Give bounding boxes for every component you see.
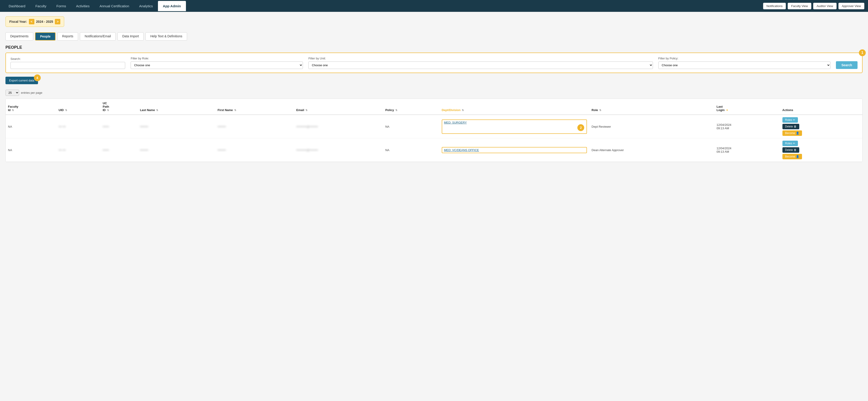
sub-tabs: DepartmentsPeopleReportsNotifications/Em… <box>5 32 863 40</box>
sub-tab-notifications-email[interactable]: Notifications/Email <box>80 32 116 40</box>
filter-unit-select[interactable]: Choose one <box>308 61 653 69</box>
cell-last-name: •••••••• <box>138 115 215 138</box>
col-role: Role ⇅ <box>589 99 714 115</box>
cell-role: Dean Alternate Approver <box>589 138 714 162</box>
col-uid: UID ⇅ <box>57 99 101 115</box>
cell-first-name: •••••••• <box>215 138 294 162</box>
people-table: FacultyId ⇅ UID ⇅ UCPathID ⇅ Last Name ⇅… <box>5 98 863 162</box>
filter-policy-field: Filter by Policy: Choose one <box>658 57 831 69</box>
cell-policy: NA <box>383 138 439 162</box>
delete-button-row2[interactable]: Delete 🗑 <box>782 147 799 153</box>
nav-btn-auditor-view[interactable]: Auditor View <box>813 3 837 9</box>
action-buttons-row2: Roles ✏ Delete 🗑 Become 👤 <box>782 141 860 159</box>
filter-unit-field: Filter by Unit: Choose one <box>308 57 653 69</box>
table-header: FacultyId ⇅ UID ⇅ UCPathID ⇅ Last Name ⇅… <box>6 99 862 115</box>
cell-role: Dept Reviewer <box>589 115 714 138</box>
nav-item-app-admin[interactable]: App Admin <box>158 1 186 11</box>
dept-link-1[interactable]: MED: SURGERY <box>444 121 467 124</box>
cell-uc-path-id: •••••• <box>100 115 138 138</box>
nav-btn-notifications[interactable]: Notifications <box>763 3 786 9</box>
section-title: PEOPLE <box>5 45 863 50</box>
col-last-name: Last Name ⇅ <box>138 99 215 115</box>
search-input[interactable] <box>10 62 125 69</box>
filter-role-label: Filter by Role: <box>131 57 303 60</box>
cell-dept-division: MED: SURGERY 2 <box>439 115 589 138</box>
search-button[interactable]: Search <box>836 61 858 69</box>
dept-link-2[interactable]: MED: VC/DEANS OFFICE <box>444 148 479 152</box>
col-email: Email ⇅ <box>294 99 383 115</box>
cell-policy: NA <box>383 115 439 138</box>
cell-actions: Roles ✏ Delete 🗑 Become 👤 3 <box>780 115 862 138</box>
col-actions: Actions <box>780 99 862 115</box>
nav-item-activities[interactable]: Activities <box>71 1 94 11</box>
nav-btn-approver-view[interactable]: Approver View <box>838 3 864 9</box>
nav-item-dashboard[interactable]: Dashboard <box>4 1 30 11</box>
cell-last-name: •••••••• <box>138 138 215 162</box>
table-body: NA ••• ••• •••••• •••••••• •••••••• ••••… <box>6 115 862 162</box>
table-header-row: FacultyId ⇅ UID ⇅ UCPathID ⇅ Last Name ⇅… <box>6 99 862 115</box>
become-button-row2[interactable]: Become 👤 <box>782 154 802 159</box>
cell-uid: ••• ••• <box>57 138 101 162</box>
nav-item-annual-certification[interactable]: Annual Certification <box>94 1 134 11</box>
entries-row: 25 10 50 100 entries per page <box>5 90 863 96</box>
cell-email: ••••••••••@•••••••• <box>294 115 383 138</box>
entries-label: entries per page <box>21 91 42 94</box>
col-uc-path-id: UCPathID ⇅ <box>100 99 138 115</box>
nav-item-faculty[interactable]: Faculty <box>30 1 51 11</box>
nav-items: DashboardFacultyFormsActivitiesAnnual Ce… <box>4 1 763 11</box>
entries-per-page-select[interactable]: 25 10 50 100 <box>5 90 19 96</box>
fiscal-year-bar: Fiscal Year: < 2024 - 2025 > <box>5 17 64 27</box>
col-first-name: First Name ⇅ <box>215 99 294 115</box>
sub-tab-departments[interactable]: Departments <box>5 32 33 40</box>
fiscal-year-prev-button[interactable]: < <box>29 19 34 24</box>
sub-tab-reports[interactable]: Reports <box>57 32 78 40</box>
col-faculty-id: FacultyId ⇅ <box>6 99 57 115</box>
search-row: Search: Filter by Role: Choose one Filte… <box>10 57 858 69</box>
nav-right-buttons: NotificationsFaculty ViewAuditor ViewApp… <box>763 3 864 9</box>
fiscal-year-label: Fiscal Year: <box>9 20 27 24</box>
people-table-inner: FacultyId ⇅ UID ⇅ UCPathID ⇅ Last Name ⇅… <box>6 99 862 162</box>
cell-uid: ••• ••• <box>57 115 101 138</box>
filter-policy-select[interactable]: Choose one <box>658 61 831 69</box>
badge-2: 2 <box>578 124 584 131</box>
table-row: NA ••• ••• •••••• •••••••• •••••••• ••••… <box>6 115 862 138</box>
top-navigation: DashboardFacultyFormsActivitiesAnnual Ce… <box>0 0 868 12</box>
cell-last-login: 12/04/202409:13 AM <box>714 115 780 138</box>
roles-button-row2[interactable]: Roles ✏ <box>782 141 798 146</box>
roles-button-row1[interactable]: Roles ✏ <box>782 117 798 123</box>
main-content: Fiscal Year: < 2024 - 2025 > Departments… <box>0 12 868 401</box>
cell-email: ••••••••••@•••••••• <box>294 138 383 162</box>
export-button[interactable]: Export current data <box>5 77 38 84</box>
sub-tab-data-import[interactable]: Data Import <box>118 32 144 40</box>
nav-btn-faculty-view[interactable]: Faculty View <box>788 3 811 9</box>
nav-item-analytics[interactable]: Analytics <box>134 1 158 11</box>
fiscal-year-next-button[interactable]: > <box>55 19 60 24</box>
cell-first-name: •••••••• <box>215 115 294 138</box>
nav-item-forms[interactable]: Forms <box>52 1 71 11</box>
filter-role-select[interactable]: Choose one <box>131 61 303 69</box>
cell-faculty-id: NA <box>6 138 57 162</box>
filter-policy-label: Filter by Policy: <box>658 57 831 60</box>
cell-actions: Roles ✏ Delete 🗑 Become 👤 <box>780 138 862 162</box>
search-label: Search: <box>10 57 125 61</box>
col-policy: Policy ⇅ <box>383 99 439 115</box>
sub-tab-help-text[interactable]: Help Text & Definitions <box>146 32 187 40</box>
badge-4: 4 <box>34 74 41 81</box>
search-area: 1 Search: Filter by Role: Choose one Fil… <box>5 53 863 73</box>
action-buttons-row1: Roles ✏ Delete 🗑 Become 👤 <box>782 117 860 136</box>
badge-1: 1 <box>859 50 866 56</box>
delete-button-row1[interactable]: Delete 🗑 <box>782 124 799 129</box>
cell-faculty-id: NA <box>6 115 57 138</box>
search-field: Search: <box>10 57 125 69</box>
dept-division-highlight: MED: SURGERY 2 <box>442 120 587 134</box>
become-button-row1[interactable]: Become 👤 <box>782 130 802 136</box>
col-dept-division: Dept/Division ⇅ <box>439 99 589 115</box>
filter-role-field: Filter by Role: Choose one <box>131 57 303 69</box>
sub-tab-people[interactable]: People <box>35 32 56 40</box>
export-wrapper: Export current data 4 <box>5 77 38 87</box>
cell-uc-path-id: •••••• <box>100 138 138 162</box>
fiscal-year-value: 2024 - 2025 <box>36 20 53 24</box>
cell-dept-division: MED: VC/DEANS OFFICE <box>439 138 589 162</box>
filter-unit-label: Filter by Unit: <box>308 57 653 60</box>
table-row: NA ••• ••• •••••• •••••••• •••••••• ••••… <box>6 138 862 162</box>
